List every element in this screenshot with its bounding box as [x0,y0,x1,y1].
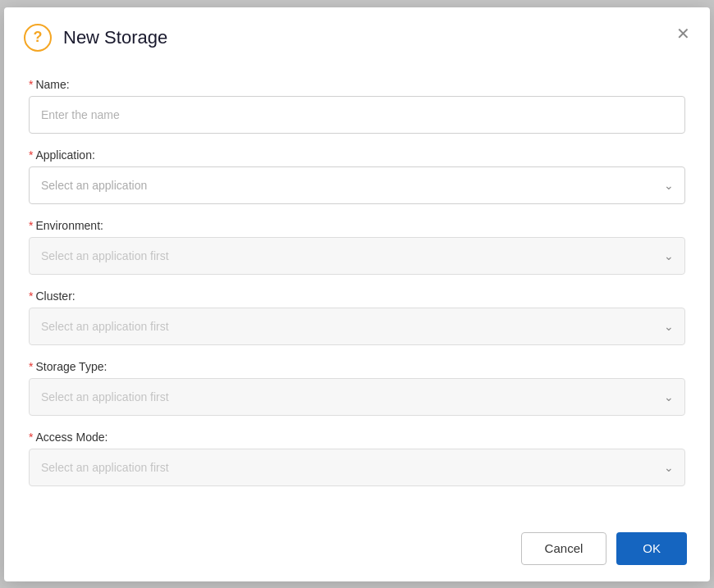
cluster-select-wrapper: Select an application first ⌄ [29,308,685,345]
application-label: * Application: [29,148,685,162]
application-select[interactable]: Select an application [29,166,685,204]
application-select-wrapper: Select an application ⌄ [29,166,685,204]
storage-type-select-wrapper: Select an application first ⌄ [29,378,685,416]
access-mode-required-star: * [29,431,33,444]
cluster-select[interactable]: Select an application first [29,308,685,345]
access-mode-field-group: * Access Mode: Select an application fir… [29,431,685,486]
close-icon: ✕ [676,25,690,42]
environment-label: * Environment: [29,219,685,232]
cluster-field-group: * Cluster: Select an application first ⌄ [29,289,685,345]
ok-button[interactable]: OK [616,532,687,565]
name-required-star: * [29,78,33,91]
cancel-button[interactable]: Cancel [521,532,607,565]
cluster-required-star: * [29,289,33,303]
name-field-group: * Name: [29,78,685,134]
environment-required-star: * [29,219,33,232]
dialog-title: New Storage [63,27,167,48]
storage-type-select[interactable]: Select an application first [29,378,685,416]
storage-type-field-group: * Storage Type: Select an application fi… [29,360,685,416]
access-mode-select[interactable]: Select an application first [29,449,685,486]
access-mode-label: * Access Mode: [29,431,685,444]
storage-type-label: * Storage Type: [29,360,685,373]
name-label: * Name: [29,78,685,91]
new-storage-dialog: ? New Storage ✕ * Name: * Applicatio [4,7,710,581]
application-required-star: * [29,148,33,162]
cluster-label: * Cluster: [29,289,685,303]
application-field-group: * Application: Select an application ⌄ [29,148,685,204]
environment-field-group: * Environment: Select an application fir… [29,219,685,275]
dialog-header: ? New Storage ✕ [4,7,710,65]
close-button[interactable]: ✕ [673,22,693,45]
storage-type-required-star: * [29,360,33,373]
environment-select[interactable]: Select an application first [29,237,685,275]
access-mode-select-wrapper: Select an application first ⌄ [29,449,685,486]
dialog-body: * Name: * Application: Select an applica… [4,65,710,519]
dialog-overlay: ? New Storage ✕ * Name: * Applicatio [0,0,714,588]
dialog-footer: Cancel OK [4,519,710,581]
help-icon: ? [24,24,52,52]
environment-select-wrapper: Select an application first ⌄ [29,237,685,275]
name-input[interactable] [29,96,685,134]
